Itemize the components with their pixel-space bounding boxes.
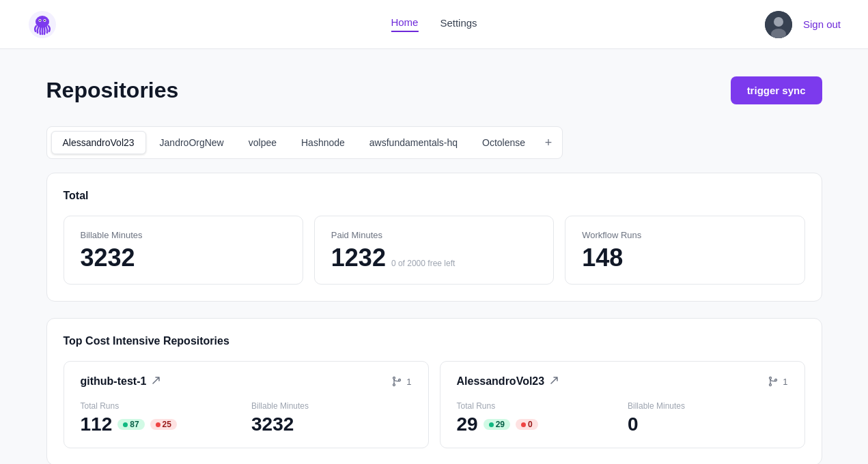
error-dot-2 — [521, 422, 526, 427]
avatar-image — [765, 11, 792, 38]
billable-minutes-value: 3232 — [81, 246, 286, 270]
workflow-count-1: 1 — [406, 377, 411, 387]
total-card: Total Billable Minutes 3232 Paid Minutes… — [46, 173, 822, 302]
workflow-badge-1: 1 — [391, 376, 411, 387]
svg-point-4 — [40, 20, 41, 21]
repo-name-2: AlessandroVol23 — [457, 375, 559, 388]
billable-section-2: Billable Minutes 0 — [628, 401, 788, 434]
total-runs-section-2: Total Runs 29 29 0 — [457, 401, 617, 434]
success-dot-1 — [123, 422, 128, 427]
svg-point-7 — [774, 17, 783, 27]
billable-label-1: Billable Minutes — [251, 401, 412, 411]
logo-icon — [27, 10, 57, 40]
repo-header-1: github-test-1 — [81, 375, 412, 388]
svg-point-5 — [44, 20, 46, 21]
page-header: Repositories trigger sync — [46, 76, 822, 104]
svg-point-13 — [770, 384, 772, 386]
trigger-sync-button[interactable]: trigger sync — [731, 76, 822, 104]
billable-minutes-label: Billable Minutes — [81, 230, 286, 240]
success-badge-1: 87 — [117, 419, 144, 430]
total-section-title: Total — [64, 190, 805, 202]
repo-stats-2: Total Runs 29 29 0 — [457, 401, 788, 434]
org-tabs: AlessandroVol23 JandroOrgNew volpee Hash… — [46, 126, 563, 159]
billable-section-1: Billable Minutes 3232 — [251, 401, 412, 434]
error-count-1: 25 — [163, 420, 171, 429]
workflow-badge-2: 1 — [768, 376, 787, 387]
total-runs-label-1: Total Runs — [81, 401, 241, 411]
total-runs-value-1: 112 87 25 — [81, 415, 241, 434]
workflow-runs-value: 148 — [582, 246, 787, 270]
tab-volpee[interactable]: volpee — [238, 132, 288, 154]
paid-minutes-value: 12320 of 2000 free left — [331, 246, 537, 270]
repo-grid: github-test-1 — [64, 361, 805, 448]
success-badge-2: 29 — [484, 419, 510, 430]
header-right: Sign out — [765, 11, 841, 38]
stats-row: Billable Minutes 3232 Paid Minutes 12320… — [64, 216, 805, 285]
error-dot-1 — [156, 422, 160, 427]
repo-name-text-1: github-test-1 — [81, 375, 147, 388]
tab-jandroorgnew[interactable]: JandroOrgNew — [149, 132, 235, 154]
repo-card-alessandrovol23: AlessandroVol23 — [440, 361, 805, 448]
repo-name-1: github-test-1 — [81, 375, 161, 388]
workflow-count-2: 1 — [783, 377, 787, 387]
paid-minutes-label: Paid Minutes — [331, 230, 537, 240]
fork-icon-2 — [768, 376, 779, 387]
total-runs-number-1: 112 — [81, 415, 113, 434]
header: Home Settings Sign out — [0, 0, 868, 49]
repo-stats-1: Total Runs 112 87 25 — [81, 401, 412, 434]
tab-alessandrovol23[interactable]: AlessandroVol23 — [51, 131, 146, 154]
sign-out-button[interactable]: Sign out — [803, 18, 841, 30]
tab-octolense[interactable]: Octolense — [471, 132, 536, 154]
nav-home[interactable]: Home — [391, 16, 418, 32]
error-badge-2: 0 — [516, 419, 538, 430]
avatar[interactable] — [765, 11, 792, 38]
repo-header-2: AlessandroVol23 — [457, 375, 788, 388]
svg-point-10 — [393, 384, 395, 386]
stat-workflow-runs: Workflow Runs 148 — [565, 216, 804, 285]
stat-paid-minutes: Paid Minutes 12320 of 2000 free left — [314, 216, 554, 285]
svg-point-1 — [36, 16, 49, 28]
success-count-1: 87 — [130, 420, 139, 429]
error-count-2: 0 — [528, 420, 533, 429]
stat-billable-minutes: Billable Minutes 3232 — [64, 216, 303, 285]
repo-card-github-test-1: github-test-1 — [64, 361, 429, 448]
add-tab-button[interactable]: + — [539, 133, 558, 152]
billable-value-1: 3232 — [251, 415, 412, 434]
fork-icon-1 — [391, 376, 402, 387]
nav-settings[interactable]: Settings — [440, 17, 477, 31]
billable-value-2: 0 — [628, 415, 788, 434]
svg-point-9 — [393, 377, 395, 379]
page-title: Repositories — [46, 78, 179, 103]
success-count-2: 29 — [496, 420, 505, 429]
paid-minutes-number: 1232 — [331, 244, 386, 272]
logo — [27, 10, 57, 40]
external-link-icon-2[interactable] — [550, 376, 559, 387]
total-runs-number-2: 29 — [457, 415, 478, 434]
total-runs-value-2: 29 29 0 — [457, 415, 617, 434]
billable-label-2: Billable Minutes — [628, 401, 788, 411]
svg-point-12 — [770, 377, 772, 379]
tab-hashnode[interactable]: Hashnode — [290, 132, 356, 154]
error-badge-1: 25 — [150, 419, 177, 430]
main-nav: Home Settings — [391, 16, 477, 32]
total-runs-section-1: Total Runs 112 87 25 — [81, 401, 241, 434]
top-repos-title: Top Cost Intensive Repositories — [64, 335, 805, 347]
repo-name-text-2: AlessandroVol23 — [457, 375, 545, 388]
workflow-runs-label: Workflow Runs — [582, 230, 787, 240]
total-runs-label-2: Total Runs — [457, 401, 617, 411]
main-content: Repositories trigger sync AlessandroVol2… — [25, 49, 844, 464]
top-repos-card: Top Cost Intensive Repositories github-t… — [46, 318, 822, 464]
success-dot-2 — [489, 422, 494, 427]
external-link-icon-1[interactable] — [152, 376, 160, 387]
paid-minutes-sub: 0 of 2000 free left — [391, 259, 455, 268]
tab-awsfundamentals[interactable]: awsfundamentals-hq — [359, 132, 468, 154]
